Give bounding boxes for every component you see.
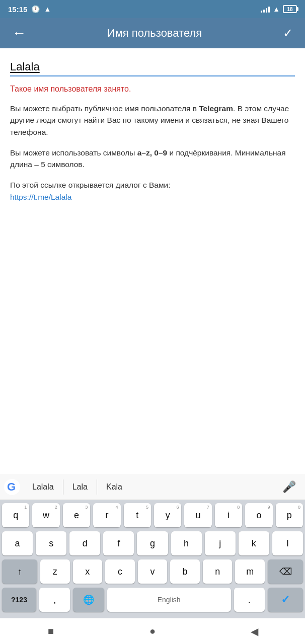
nav-home-button[interactable]: ●	[143, 622, 162, 640]
back-button[interactable]: ←	[8, 21, 30, 45]
drive-icon: ▲	[44, 5, 51, 13]
key-m[interactable]: m	[235, 559, 265, 584]
key-k[interactable]: k	[239, 531, 269, 555]
key-row-1: q1 w2 e3 r4 t5 y6 u7 i8 o9 p0	[2, 503, 303, 527]
key-h[interactable]: h	[171, 531, 202, 555]
key-g[interactable]: g	[137, 531, 168, 555]
key-q[interactable]: q1	[2, 503, 29, 527]
key-s[interactable]: s	[36, 531, 66, 555]
backspace-key[interactable]: ⌫	[268, 559, 303, 584]
triangle-icon: ◀	[251, 625, 258, 637]
circle-icon: ●	[149, 625, 156, 637]
key-row-3: ↑ z x c v b n m ⌫	[2, 559, 303, 584]
key-b[interactable]: b	[170, 559, 200, 584]
page-title: Имя пользователя	[30, 27, 279, 40]
key-t[interactable]: t5	[124, 503, 151, 527]
key-y[interactable]: y6	[154, 503, 181, 527]
description-1: Вы можете выбрать публичное имя пользова…	[10, 103, 295, 138]
suggestions-bar: G Lalala Lala Kala 🎤	[0, 474, 305, 500]
key-d[interactable]: d	[69, 531, 100, 555]
confirm-button[interactable]: ✓	[279, 22, 297, 44]
status-bar-right: ▲ 18	[261, 5, 297, 13]
square-icon: ■	[48, 625, 54, 637]
suggestion-3[interactable]: Kala	[97, 479, 131, 495]
key-e[interactable]: e3	[63, 503, 90, 527]
key-row-2: a s d f g h j k l	[2, 531, 303, 555]
username-input[interactable]	[10, 60, 295, 73]
key-a[interactable]: a	[2, 531, 33, 555]
key-u[interactable]: u7	[184, 503, 211, 527]
google-icon: G	[4, 479, 20, 495]
shift-key[interactable]: ↑	[2, 559, 37, 584]
description-2: Вы можете использовать символы a–z, 0–9 …	[10, 147, 295, 171]
key-l[interactable]: l	[272, 531, 303, 555]
suggestion-1[interactable]: Lalala	[23, 479, 63, 495]
key-z[interactable]: z	[40, 559, 70, 584]
key-i[interactable]: i8	[215, 503, 242, 527]
suggestion-2[interactable]: Lala	[63, 479, 97, 495]
bottom-nav: ■ ● ◀	[0, 618, 305, 644]
key-w[interactable]: w2	[32, 503, 59, 527]
status-bar: 15:15 🕐 ▲ ▲ 18	[0, 0, 305, 18]
globe-key[interactable]: 🌐	[73, 588, 104, 612]
profile-link[interactable]: https://t.me/Lalala	[10, 193, 71, 201]
nav-square-button[interactable]: ■	[42, 622, 60, 640]
suggestion-group: G Lalala Lala Kala	[4, 479, 277, 495]
key-c[interactable]: c	[105, 559, 135, 584]
key-n[interactable]: n	[203, 559, 233, 584]
numbers-key[interactable]: ?123	[2, 588, 36, 612]
signal-icon	[261, 6, 270, 13]
key-f[interactable]: f	[103, 531, 134, 555]
nav-back-button[interactable]: ◀	[245, 622, 263, 640]
key-o[interactable]: o9	[245, 503, 272, 527]
keyboard: G Lalala Lala Kala 🎤 q1 w2 e3 r4 t5 y6 u…	[0, 474, 305, 644]
svg-text:G: G	[7, 480, 16, 493]
description-3: По этой ссылке открывается диалог с Вами…	[10, 179, 295, 203]
wifi-icon: ▲	[273, 5, 280, 13]
alarm-icon: 🕐	[31, 5, 40, 13]
period-key[interactable]: .	[234, 588, 265, 612]
keyboard-rows: q1 w2 e3 r4 t5 y6 u7 i8 o9 p0 a s d f g …	[0, 500, 305, 618]
error-message: Такое имя пользователя занято.	[10, 85, 295, 94]
mic-icon[interactable]: 🎤	[277, 477, 301, 497]
key-x[interactable]: x	[73, 559, 103, 584]
key-v[interactable]: v	[138, 559, 168, 584]
status-time: 15:15	[8, 5, 27, 14]
comma-key[interactable]: ,	[39, 588, 70, 612]
key-r[interactable]: r4	[93, 503, 120, 527]
key-j[interactable]: j	[205, 531, 236, 555]
keyboard-confirm-key[interactable]: ✓	[268, 588, 303, 612]
main-content: Такое имя пользователя занято. Вы можете…	[0, 48, 305, 220]
battery-icon: 18	[283, 5, 297, 13]
status-bar-left: 15:15 🕐 ▲	[8, 5, 51, 14]
key-row-4: ?123 , 🌐 English . ✓	[2, 588, 303, 612]
key-p[interactable]: p0	[276, 503, 303, 527]
username-input-wrapper[interactable]	[10, 60, 295, 76]
space-key[interactable]: English	[107, 588, 231, 612]
app-header: ← Имя пользователя ✓	[0, 18, 305, 48]
